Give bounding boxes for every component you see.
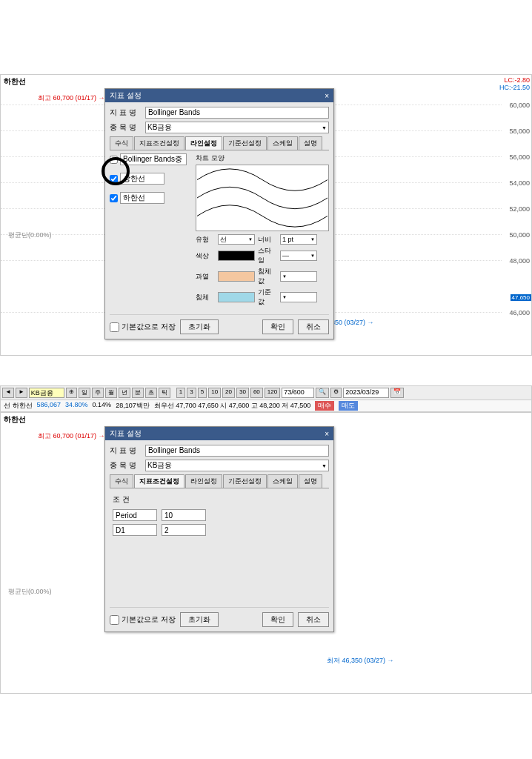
chart-panel-2-wrapper: ◄ ► KB금융 ⊕ 일 주 월 년 분 초 틱 1 3 5 10 20 30 … [0, 385, 532, 694]
tab-formula[interactable]: 수식 [110, 136, 133, 150]
type-select[interactable]: 선 [218, 234, 255, 245]
upper-checkbox[interactable]: 상한선 [110, 173, 191, 185]
chart-preview [196, 165, 329, 231]
ok-button[interactable]: 확인 [262, 319, 293, 334]
annotation-low: 최저 46,350 (03/27) → [327, 656, 394, 666]
checkbox[interactable] [110, 156, 118, 164]
chart-area-2[interactable]: 하한선 최고 60,700 (01/17) → 최저 46,350 (03/27… [1, 413, 531, 693]
annotation-high: 최고 60,700 (01/17) → [38, 93, 105, 103]
tab-scale[interactable]: 스케일 [267, 136, 298, 150]
num-10[interactable]: 10 [208, 388, 221, 398]
num-5[interactable]: 5 [198, 388, 207, 398]
upper-label: 상한선 [120, 173, 164, 185]
zoom-icon[interactable]: 🔍 [316, 388, 329, 398]
period-year[interactable]: 년 [119, 388, 130, 398]
close-icon[interactable]: × [325, 430, 329, 438]
save-default-checkbox[interactable]: 기본값으로 저장 [110, 614, 176, 625]
nav-prev-icon[interactable]: ◄ [2, 388, 14, 398]
indicator-name-label: 지 표 명 [110, 445, 142, 456]
checkbox[interactable] [110, 194, 118, 202]
period-min[interactable]: 분 [132, 388, 144, 398]
overlay-label: 과열 [196, 272, 215, 282]
sell-button[interactable]: 매도 [339, 401, 358, 411]
tab-formula[interactable]: 수식 [110, 474, 133, 488]
symbol-select[interactable]: KB금융 [145, 460, 329, 471]
indicator-name-input[interactable]: Bollinger Bands [145, 445, 329, 457]
period-day[interactable]: 일 [79, 388, 90, 398]
num-60[interactable]: 60 [250, 388, 263, 398]
ohlc-text: 최우선 47,700 47,650 시 47,600 고 48,200 저 47… [154, 401, 311, 411]
tab-desc[interactable]: 설명 [299, 136, 322, 150]
period-week[interactable]: 주 [92, 388, 104, 398]
tab-baseline[interactable]: 기준선설정 [223, 474, 267, 488]
indicator-settings-dialog-2: 지표 설정 × 지 표 명 Bollinger Bands 종 목 명 KB금융… [104, 426, 334, 632]
width-label: 너비 [258, 235, 277, 245]
symbol-input[interactable]: KB금융 [29, 388, 64, 398]
num-3[interactable]: 3 [187, 388, 196, 398]
cancel-button[interactable]: 취소 [298, 612, 329, 627]
type-label: 유형 [196, 235, 215, 245]
indicator-name-label: 지 표 명 [110, 107, 142, 118]
avg-label: 평균단(0.00%) [8, 587, 52, 597]
dialog-title: 지표 설정 [110, 90, 142, 101]
symbol-select[interactable]: KB금융 [145, 122, 329, 133]
tab-condition[interactable]: 지표조건설정 [134, 474, 184, 488]
num-30[interactable]: 30 [236, 388, 249, 398]
period-month[interactable]: 월 [105, 388, 117, 398]
stdwidth-input[interactable] [280, 271, 317, 282]
checkbox[interactable] [110, 322, 119, 332]
ok-button[interactable]: 확인 [262, 612, 293, 627]
lower-checkbox[interactable]: 하한선 [110, 192, 191, 204]
width-select[interactable]: 1 pt [280, 234, 317, 245]
condition-row: D1 2 [113, 524, 326, 536]
baseline-input[interactable] [280, 292, 317, 302]
save-default-checkbox[interactable]: 기본값으로 저장 [110, 322, 176, 332]
tab-desc[interactable]: 설명 [299, 474, 322, 488]
y-tick: 54,000 [509, 179, 530, 187]
num-1[interactable]: 1 [176, 388, 185, 398]
reset-button[interactable]: 초기화 [180, 319, 219, 334]
d1-input[interactable]: 2 [162, 524, 206, 536]
y-tick: 48,000 [509, 257, 530, 265]
num-20[interactable]: 20 [222, 388, 235, 398]
body-swatch[interactable] [218, 292, 255, 302]
y-tick: 56,000 [509, 153, 530, 161]
tool-icon[interactable]: ⚙ [330, 388, 342, 398]
tab-baseline[interactable]: 기준선설정 [223, 136, 267, 150]
y-tick: 50,000 [509, 231, 530, 239]
period-tick[interactable]: 틱 [159, 388, 170, 398]
tab-line[interactable]: 라인설정 [185, 474, 222, 488]
num-120[interactable]: 120 [265, 388, 280, 398]
overlay-swatch[interactable] [218, 271, 255, 282]
tab-line[interactable]: 라인설정 [185, 136, 222, 150]
price-value: 586,067 [37, 401, 61, 411]
linestyle-select[interactable]: — [280, 251, 317, 261]
change-value: 34.80% [65, 401, 88, 411]
calendar-icon[interactable]: 📅 [390, 388, 404, 398]
color-swatch[interactable] [218, 251, 255, 261]
bb-mid-checkbox[interactable]: Bollinger Bands중 [110, 153, 191, 165]
cancel-button[interactable]: 취소 [298, 319, 329, 334]
bar-count[interactable]: 73/600 [282, 388, 314, 398]
period-sec[interactable]: 초 [145, 388, 157, 398]
period-input[interactable]: 10 [162, 509, 206, 521]
nav-next-icon[interactable]: ► [16, 388, 27, 398]
chart-panel-2: 하한선 최고 60,700 (01/17) → 최저 46,350 (03/27… [0, 412, 532, 694]
dialog-titlebar[interactable]: 지표 설정 × [105, 89, 333, 102]
checkbox[interactable] [110, 175, 118, 183]
tab-scale[interactable]: 스케일 [267, 474, 298, 488]
buy-button[interactable]: 매수 [315, 401, 334, 411]
checkbox[interactable] [110, 615, 119, 625]
line-label: 선 하한선 [4, 401, 33, 411]
preview-title: 차트 모양 [196, 153, 329, 163]
close-icon[interactable]: × [325, 92, 329, 100]
linestyle-label: 스타일 [258, 246, 277, 265]
condition-header: 조 건 [113, 494, 326, 505]
chart-area[interactable]: 하한선 LC:-2.80 HC:-21.50 60,000 58,000 56,… [1, 75, 531, 355]
tab-condition[interactable]: 지표조건설정 [134, 136, 184, 150]
date-input[interactable]: 2023/03/29 [343, 388, 389, 398]
dialog-titlebar[interactable]: 지표 설정 × [105, 427, 333, 440]
indicator-name-input[interactable]: Bollinger Bands [145, 107, 329, 119]
reset-button[interactable]: 초기화 [180, 612, 219, 627]
search-icon[interactable]: ⊕ [66, 388, 77, 398]
